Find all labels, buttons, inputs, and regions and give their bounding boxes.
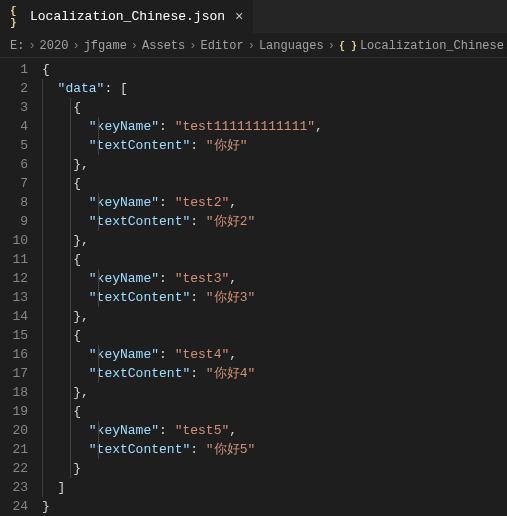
breadcrumb-item[interactable]: jfgame [84, 39, 127, 53]
close-icon[interactable]: × [235, 9, 243, 25]
line-number: 18 [0, 383, 28, 402]
line-number: 23 [0, 478, 28, 497]
chevron-right-icon: › [28, 39, 35, 53]
code-line: "textContent": "你好3" [42, 288, 507, 307]
line-number: 19 [0, 402, 28, 421]
line-number: 12 [0, 269, 28, 288]
code-line: { [42, 60, 507, 79]
line-number: 10 [0, 231, 28, 250]
line-number: 1 [0, 60, 28, 79]
line-number: 8 [0, 193, 28, 212]
code-line: "data": [ [42, 79, 507, 98]
line-number: 22 [0, 459, 28, 478]
breadcrumb-file[interactable]: { }Localization_Chinese.json [339, 39, 507, 53]
code-line: }, [42, 383, 507, 402]
line-number: 15 [0, 326, 28, 345]
code-line: ] [42, 478, 507, 497]
code-line: } [42, 459, 507, 478]
line-number: 2 [0, 79, 28, 98]
line-number: 7 [0, 174, 28, 193]
chevron-right-icon: › [248, 39, 255, 53]
breadcrumb-item[interactable]: 2020 [40, 39, 69, 53]
line-number: 4 [0, 117, 28, 136]
code-line: { [42, 98, 507, 117]
line-number: 11 [0, 250, 28, 269]
line-number: 24 [0, 497, 28, 516]
line-number: 13 [0, 288, 28, 307]
code-line: { [42, 174, 507, 193]
breadcrumb-item[interactable]: Editor [200, 39, 243, 53]
chevron-right-icon: › [328, 39, 335, 53]
line-number: 5 [0, 136, 28, 155]
code-line: "keyName": "test5", [42, 421, 507, 440]
code-line: }, [42, 155, 507, 174]
line-number: 14 [0, 307, 28, 326]
tab-bar: { } Localization_Chinese.json × [0, 0, 507, 34]
breadcrumb-item[interactable]: Assets [142, 39, 185, 53]
line-number: 9 [0, 212, 28, 231]
editor-tab[interactable]: { } Localization_Chinese.json × [0, 0, 254, 33]
code-line: "textContent": "你好4" [42, 364, 507, 383]
code-line: { [42, 402, 507, 421]
code-line: "textContent": "你好2" [42, 212, 507, 231]
code-line: "keyName": "test3", [42, 269, 507, 288]
code-line: { [42, 326, 507, 345]
code-line: { [42, 250, 507, 269]
line-number: 3 [0, 98, 28, 117]
json-file-icon: { } [10, 10, 24, 24]
code-area[interactable]: { "data": [ { "keyName": "test1111111111… [42, 58, 507, 516]
line-number: 21 [0, 440, 28, 459]
code-line: "textContent": "你好" [42, 136, 507, 155]
code-editor[interactable]: 123456789101112131415161718192021222324 … [0, 58, 507, 516]
code-line: }, [42, 307, 507, 326]
code-line: }, [42, 231, 507, 250]
json-file-icon: { } [339, 41, 357, 52]
code-line: "textContent": "你好5" [42, 440, 507, 459]
line-number: 17 [0, 364, 28, 383]
code-line: } [42, 497, 507, 516]
line-number: 20 [0, 421, 28, 440]
code-line: "keyName": "test4", [42, 345, 507, 364]
code-line: "keyName": "test2", [42, 193, 507, 212]
line-number: 16 [0, 345, 28, 364]
chevron-right-icon: › [189, 39, 196, 53]
line-number-gutter: 123456789101112131415161718192021222324 [0, 58, 42, 516]
code-line: "keyName": "test111111111111", [42, 117, 507, 136]
breadcrumb-item[interactable]: E: [10, 39, 24, 53]
breadcrumb[interactable]: E: › 2020 › jfgame › Assets › Editor › L… [0, 34, 507, 58]
breadcrumb-item[interactable]: Languages [259, 39, 324, 53]
chevron-right-icon: › [72, 39, 79, 53]
line-number: 6 [0, 155, 28, 174]
tab-title: Localization_Chinese.json [30, 9, 225, 24]
chevron-right-icon: › [131, 39, 138, 53]
